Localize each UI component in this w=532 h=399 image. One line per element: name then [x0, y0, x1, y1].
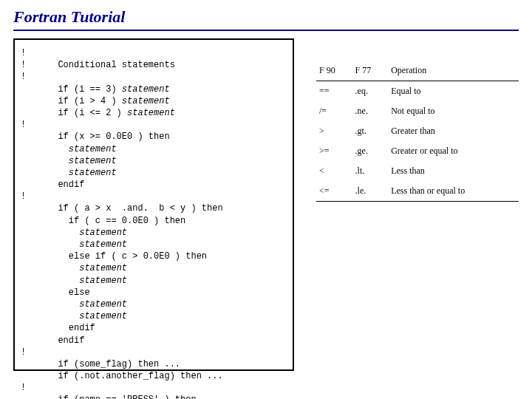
- code-line: endif: [21, 179, 287, 191]
- table-cell: .lt.: [352, 161, 389, 181]
- table-cell: Less than or equal to: [388, 181, 519, 202]
- code-line: !: [21, 191, 287, 202]
- table-cell: <: [316, 161, 352, 181]
- table-cell: Greater or equal to: [388, 141, 519, 161]
- code-line: if (x >= 0.0E0 ) then: [21, 131, 287, 143]
- page-title: Fortran Tutorial: [0, 0, 532, 30]
- table-cell: <=: [316, 181, 352, 202]
- code-line: statement: [21, 155, 287, 167]
- code-line: ! Conditional statements: [21, 59, 287, 71]
- code-line: if (name == 'PRESS' ) then ...: [21, 394, 287, 399]
- table-row: <=.le.Less than or equal to: [316, 181, 519, 202]
- code-line: !: [21, 347, 287, 358]
- code-line: statement: [21, 143, 287, 155]
- title-divider: [13, 30, 519, 31]
- table-cell: /=: [316, 101, 352, 121]
- code-line: !: [21, 71, 287, 83]
- code-line: !: [21, 119, 287, 131]
- code-line: if (i <= 2 ) statement: [21, 107, 287, 119]
- code-line: endif: [21, 335, 287, 347]
- table-row: >.gt.Greater than: [316, 121, 519, 141]
- code-box: !! Conditional statements! if (i == 3) s…: [13, 38, 294, 371]
- code-line: if (i == 3) statement: [21, 83, 287, 95]
- table-cell: .ge.: [352, 141, 389, 161]
- table-cell: Not equal to: [388, 101, 519, 121]
- table-cell: .eq.: [352, 81, 389, 102]
- table-row: /=.ne.Not equal to: [316, 101, 519, 121]
- code-line: statement: [21, 310, 287, 322]
- code-line: statement: [21, 167, 287, 179]
- code-line: statement: [21, 275, 287, 287]
- code-line: else: [21, 287, 287, 299]
- table-cell: Less than: [388, 161, 519, 181]
- code-line: statement: [21, 299, 287, 310]
- code-line: if (i > 4 ) statement: [21, 95, 287, 107]
- code-line: !: [21, 47, 287, 59]
- table-row: ==.eq.Equal to: [316, 81, 519, 102]
- code-line: else if ( c > 0.0E0 ) then: [21, 250, 287, 262]
- table-cell: .gt.: [352, 121, 389, 141]
- table-cell: Greater than: [388, 121, 519, 141]
- table-header-row: F 90 F 77 Operation: [316, 61, 519, 81]
- right-panel: F 90 F 77 Operation ==.eq.Equal to/=.ne.…: [294, 38, 519, 371]
- code-line: if (some_flag) then ...: [21, 358, 287, 370]
- table-cell: ==: [316, 81, 352, 102]
- code-line: !: [21, 382, 287, 394]
- table-cell: .ne.: [352, 101, 389, 121]
- code-line: if ( c == 0.0E0 ) then: [21, 215, 287, 227]
- content-row: !! Conditional statements! if (i == 3) s…: [0, 38, 532, 371]
- table-cell: .le.: [352, 181, 389, 202]
- col-op: Operation: [388, 61, 519, 81]
- code-line: statement: [21, 227, 287, 239]
- table-row: >=.ge.Greater or equal to: [316, 141, 519, 161]
- table-cell: Equal to: [388, 81, 519, 102]
- code-line: statement: [21, 262, 287, 274]
- table-cell: >: [316, 121, 352, 141]
- code-line: statement: [21, 239, 287, 250]
- table-row: <.lt.Less than: [316, 161, 519, 181]
- table-cell: >=: [316, 141, 352, 161]
- col-f77: F 77: [352, 61, 389, 81]
- col-f90: F 90: [316, 61, 352, 81]
- code-line: if (.not.another_flag) then ...: [21, 370, 287, 382]
- code-line: if ( a > x .and. b < y ) then: [21, 202, 287, 214]
- operator-table: F 90 F 77 Operation ==.eq.Equal to/=.ne.…: [316, 61, 519, 202]
- code-line: endif: [21, 322, 287, 334]
